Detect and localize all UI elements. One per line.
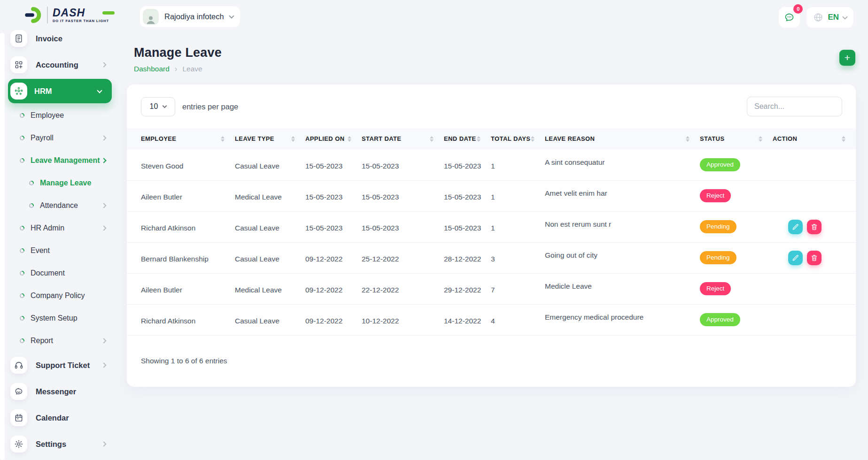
sidebar-item-calendar[interactable]: Calendar	[0, 405, 119, 431]
cell-total-days: 1	[491, 149, 545, 180]
bullet-icon	[20, 248, 24, 253]
sidebar-item-support-ticket[interactable]: Support Ticket	[0, 352, 119, 378]
cell-applied-on: 15-05-2023	[305, 149, 362, 180]
cell-leave-type: Medical Leave	[235, 273, 305, 304]
cell-leave-reason: Going out of city	[545, 242, 700, 273]
invoice-icon	[10, 30, 27, 47]
cell-applied-on: 15-05-2023	[305, 180, 362, 211]
cell-end-date: 15-05-2023	[444, 180, 491, 211]
status-badge: Reject	[700, 282, 731, 295]
delete-button[interactable]	[807, 251, 822, 265]
column-header-employee[interactable]: EMPLOYEE	[127, 128, 235, 149]
cell-start-date: 15-05-2023	[362, 211, 444, 242]
sidebar-item-employee[interactable]: Employee	[0, 104, 119, 127]
sidebar-item-manage-leave[interactable]: Manage Leave	[0, 172, 119, 194]
cell-start-date: 22-12-2022	[362, 273, 444, 304]
column-header-leave-type[interactable]: LEAVE TYPE	[235, 128, 305, 149]
breadcrumb-dashboard-link[interactable]: Dashboard	[134, 65, 170, 73]
sidebar-item-hr-admin[interactable]: HR Admin	[0, 217, 119, 239]
column-header-applied-on[interactable]: APPLIED ON	[305, 128, 362, 149]
sidebar-item-system-setup[interactable]: System Setup	[0, 307, 119, 330]
cell-action	[773, 149, 856, 180]
sidebar-item-attendance[interactable]: Attendance	[0, 194, 119, 217]
cell-total-days: 1	[491, 180, 545, 211]
logo-divider	[47, 7, 48, 23]
delete-button[interactable]	[807, 220, 822, 234]
sidebar-item-event[interactable]: Event	[0, 239, 119, 262]
sidebar-item-report[interactable]: Report	[0, 330, 119, 352]
cell-action	[773, 211, 856, 242]
sidebar-item-hrm[interactable]: HRM	[8, 79, 112, 103]
column-header-total-days[interactable]: TOTAL DAYS	[491, 128, 545, 149]
cell-end-date: 29-12-2022	[444, 273, 491, 304]
column-header-end-date[interactable]: END DATE	[444, 128, 491, 149]
sidebar-item-document[interactable]: Document	[0, 262, 119, 284]
bullet-icon	[20, 293, 24, 298]
company-menu[interactable]: Rajodiya infotech	[140, 6, 240, 27]
language-code: EN	[828, 13, 839, 22]
cell-applied-on: 09-12-2022	[305, 304, 362, 335]
chevron-icon	[101, 158, 106, 163]
table-row-steven-good: Steven Good Casual Leave 15-05-2023 15-0…	[127, 149, 856, 180]
bullet-icon	[20, 226, 24, 230]
cell-leave-reason: Medicle Leave	[545, 273, 700, 304]
cell-end-date: 28-12-2022	[444, 242, 491, 273]
sidebar-item-messenger[interactable]: Messenger	[0, 378, 119, 405]
entries-per-page-select[interactable]: 10	[141, 97, 175, 116]
accounting-icon	[10, 56, 27, 73]
sort-icon	[221, 136, 225, 142]
chat-icon	[784, 12, 795, 23]
sidebar-item-settings[interactable]: Settings	[0, 431, 119, 457]
language-selector[interactable]: EN	[806, 7, 853, 28]
sidebar-item-payroll[interactable]: Payroll	[0, 127, 119, 149]
cell-total-days: 3	[491, 242, 545, 273]
sidebar-item-leave-management[interactable]: Leave Management	[0, 149, 119, 172]
cell-applied-on: 09-12-2022	[305, 242, 362, 273]
sidebar-item-label: Report	[31, 337, 102, 345]
bullet-icon	[29, 181, 34, 185]
cell-leave-type: Casual Leave	[235, 242, 305, 273]
breadcrumb: Dashboard › Leave	[134, 65, 222, 73]
cell-leave-reason: Emergency medical procedure	[545, 304, 700, 335]
column-header-start-date[interactable]: START DATE	[362, 128, 444, 149]
sidebar-item-label: System Setup	[31, 314, 106, 322]
sidebar-item-invoice[interactable]: Invoice	[0, 30, 119, 52]
cell-employee: Aileen Butler	[127, 273, 235, 304]
messages-count-badge: 0	[793, 4, 803, 14]
app-logo[interactable]: DASH DO IT FASTER THAN LIGHT	[0, 0, 119, 30]
chevron-icon	[97, 88, 102, 93]
cell-start-date: 15-05-2023	[362, 180, 444, 211]
cell-status: Pending	[700, 242, 773, 273]
cell-action	[773, 242, 856, 273]
column-header-leave-reason[interactable]: LEAVE REASON	[545, 128, 700, 149]
sidebar-nav: Invoice Accounting HRM Employee	[0, 30, 119, 460]
avatar	[143, 9, 159, 25]
sidebar-item-label: Payroll	[31, 134, 102, 142]
sidebar-scrollbar[interactable]	[0, 33, 5, 460]
leave-table: EMPLOYEE LEAVE TYPE APPLIED ON START DAT…	[127, 128, 856, 336]
chevron-icon	[101, 362, 106, 368]
cell-status: Reject	[700, 273, 773, 304]
edit-button[interactable]	[788, 251, 803, 265]
sidebar-item-accounting[interactable]: Accounting	[0, 52, 119, 78]
cell-start-date: 10-12-2022	[362, 304, 444, 335]
table-row-richard-atkinson: Richard Atkinson Casual Leave 09-12-2022…	[127, 304, 856, 335]
edit-button[interactable]	[788, 220, 803, 234]
column-header-status[interactable]: STATUS	[700, 128, 773, 149]
logo-dash-bar	[102, 11, 115, 15]
cell-leave-reason: A sint consequatur	[545, 149, 700, 180]
search-input[interactable]	[747, 97, 842, 116]
column-header-action[interactable]: ACTION	[773, 128, 856, 149]
add-leave-button[interactable]: +	[839, 50, 855, 66]
cell-leave-reason: Non est rerum sunt r	[545, 211, 700, 242]
sort-icon	[348, 136, 351, 142]
sidebar-item-label: Event	[31, 246, 106, 255]
messages-button[interactable]: 0	[779, 7, 800, 28]
brand-tagline: DO IT FASTER THAN LIGHT	[53, 19, 109, 23]
cell-employee: Bernard Blankenship	[127, 242, 235, 273]
entries-value: 10	[150, 102, 158, 111]
status-badge: Reject	[700, 189, 731, 202]
sidebar-item-company-policy[interactable]: Company Policy	[0, 284, 119, 307]
globe-icon	[813, 12, 823, 23]
cell-start-date: 15-05-2023	[362, 149, 444, 180]
